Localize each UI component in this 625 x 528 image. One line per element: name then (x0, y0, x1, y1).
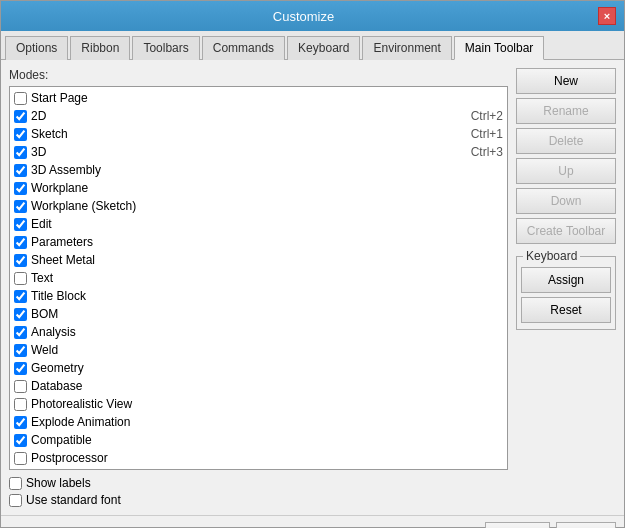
delete-button[interactable]: Delete (516, 128, 616, 154)
bottom-checkbox[interactable] (9, 494, 22, 507)
bottom-checkbox[interactable] (9, 477, 22, 490)
mode-item: 2DCtrl+2 (10, 107, 507, 125)
up-button[interactable]: Up (516, 158, 616, 184)
mode-item-label: Sketch (31, 127, 451, 141)
mode-checkbox[interactable] (14, 272, 27, 285)
mode-item: Photorealistic View (10, 395, 507, 413)
tab-main-toolbar[interactable]: Main Toolbar (454, 36, 544, 60)
close-button[interactable]: Close (485, 522, 550, 528)
mode-item: Workplane (Sketch) (10, 197, 507, 215)
bottom-check-item: Show labels (9, 476, 508, 490)
mode-item-label: Sheet Metal (31, 253, 503, 267)
mode-item: Geometry (10, 359, 507, 377)
close-icon[interactable]: × (598, 7, 616, 25)
assign-button[interactable]: Assign (521, 267, 611, 293)
mode-item-label: Text (31, 271, 503, 285)
mode-item: Database (10, 377, 507, 395)
mode-checkbox[interactable] (14, 92, 27, 105)
mode-item: Weld (10, 341, 507, 359)
mode-item-label: 2D (31, 109, 451, 123)
tab-environment[interactable]: Environment (362, 36, 451, 60)
mode-item-label: Workplane (31, 181, 503, 195)
mode-checkbox[interactable] (14, 326, 27, 339)
customize-dialog: Customize × Options Ribbon Toolbars Comm… (0, 0, 625, 528)
keyboard-legend: Keyboard (523, 249, 580, 263)
mode-checkbox[interactable] (14, 146, 27, 159)
mode-checkbox[interactable] (14, 308, 27, 321)
mode-item: SketchCtrl+1 (10, 125, 507, 143)
mode-item-label: Start Page (31, 91, 503, 105)
mode-item-label: Explode Animation (31, 415, 503, 429)
mode-item: Analysis (10, 323, 507, 341)
help-button[interactable]: Help (556, 522, 616, 528)
mode-item-label: Database (31, 379, 503, 393)
tabs-bar: Options Ribbon Toolbars Commands Keyboar… (1, 31, 624, 60)
bottom-check-item: Use standard font (9, 493, 508, 507)
bottom-checkbox-label: Use standard font (26, 493, 121, 507)
mode-shortcut: Ctrl+2 (471, 109, 503, 123)
mode-checkbox[interactable] (14, 362, 27, 375)
keyboard-group: Keyboard Assign Reset (516, 256, 616, 330)
mode-item-label: Geometry (31, 361, 503, 375)
mode-checkbox[interactable] (14, 128, 27, 141)
footer: Close Help (1, 515, 624, 528)
mode-shortcut: Ctrl+1 (471, 127, 503, 141)
mode-item-label: Workplane (Sketch) (31, 199, 503, 213)
down-button[interactable]: Down (516, 188, 616, 214)
tab-toolbars[interactable]: Toolbars (132, 36, 199, 60)
create-toolbar-button[interactable]: Create Toolbar (516, 218, 616, 244)
mode-item: Compatible (10, 431, 507, 449)
mode-item-label: Weld (31, 343, 503, 357)
mode-item: BOM (10, 305, 507, 323)
modes-list: Start Page2DCtrl+2SketchCtrl+13DCtrl+33D… (9, 86, 508, 470)
bottom-checkbox-label: Show labels (26, 476, 91, 490)
tab-options[interactable]: Options (5, 36, 68, 60)
mode-item: 3D Assembly (10, 161, 507, 179)
mode-checkbox[interactable] (14, 398, 27, 411)
reset-button[interactable]: Reset (521, 297, 611, 323)
rename-button[interactable]: Rename (516, 98, 616, 124)
mode-item-label: Compatible (31, 433, 503, 447)
left-panel: Modes: Start Page2DCtrl+2SketchCtrl+13DC… (9, 68, 508, 507)
mode-item: Postprocessor (10, 449, 507, 467)
dialog-title: Customize (9, 9, 598, 24)
mode-shortcut: Ctrl+3 (471, 145, 503, 159)
mode-item-label: Photorealistic View (31, 397, 503, 411)
mode-item-label: 3D Assembly (31, 163, 503, 177)
mode-checkbox[interactable] (14, 344, 27, 357)
mode-checkbox[interactable] (14, 416, 27, 429)
mode-checkbox[interactable] (14, 164, 27, 177)
mode-checkbox[interactable] (14, 452, 27, 465)
mode-item-label: Analysis (31, 325, 503, 339)
tab-commands[interactable]: Commands (202, 36, 285, 60)
mode-item-label: Parameters (31, 235, 503, 249)
mode-item: Sheet Metal (10, 251, 507, 269)
mode-checkbox[interactable] (14, 380, 27, 393)
mode-item-label: BOM (31, 307, 503, 321)
right-panel: New Rename Delete Up Down Create Toolbar… (516, 68, 616, 507)
mode-item: Explode Animation (10, 413, 507, 431)
mode-checkbox[interactable] (14, 218, 27, 231)
mode-item-label: Edit (31, 217, 503, 231)
mode-checkbox[interactable] (14, 110, 27, 123)
tab-keyboard[interactable]: Keyboard (287, 36, 360, 60)
bottom-checkboxes: Show labelsUse standard font (9, 476, 508, 507)
modes-label: Modes: (9, 68, 508, 82)
mode-checkbox[interactable] (14, 434, 27, 447)
mode-item-label: 3D (31, 145, 451, 159)
mode-checkbox[interactable] (14, 236, 27, 249)
mode-item: Edit (10, 215, 507, 233)
mode-checkbox[interactable] (14, 182, 27, 195)
title-bar: Customize × (1, 1, 624, 31)
mode-checkbox[interactable] (14, 200, 27, 213)
mode-item: Workplane (10, 179, 507, 197)
mode-item-label: Title Block (31, 289, 503, 303)
mode-item: Text (10, 269, 507, 287)
mode-item: Title Block (10, 287, 507, 305)
new-button[interactable]: New (516, 68, 616, 94)
tab-ribbon[interactable]: Ribbon (70, 36, 130, 60)
content-area: Modes: Start Page2DCtrl+2SketchCtrl+13DC… (1, 60, 624, 515)
mode-checkbox[interactable] (14, 290, 27, 303)
mode-checkbox[interactable] (14, 254, 27, 267)
mode-item: Start Page (10, 89, 507, 107)
